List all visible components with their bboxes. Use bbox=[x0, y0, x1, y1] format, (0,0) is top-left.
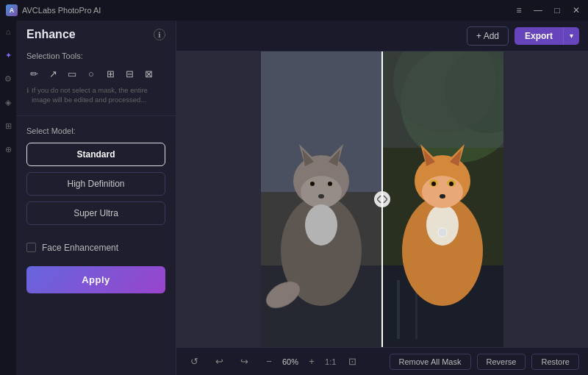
zoom-level: 60% bbox=[282, 357, 298, 366]
sidebar-item-effects[interactable]: ◈ bbox=[1, 96, 15, 109]
close-icon[interactable]: ✕ bbox=[570, 5, 582, 15]
sidebar-item-home[interactable]: ⌂ bbox=[1, 25, 15, 38]
panel-header: Enhance ℹ bbox=[16, 21, 176, 47]
svg-point-9 bbox=[301, 176, 342, 208]
info-icon[interactable]: ℹ bbox=[154, 29, 165, 40]
clear-mask-tool[interactable]: ⊠ bbox=[141, 66, 156, 81]
svg-point-35 bbox=[431, 182, 436, 186]
zoom-group: − 60% + 1:1 bbox=[260, 353, 336, 371]
canvas-area bbox=[176, 51, 588, 347]
svg-point-36 bbox=[449, 182, 453, 186]
tools-row: ✏ ↗ ▭ ○ ⊞ ⊟ ⊠ bbox=[26, 66, 165, 81]
redo-icon[interactable]: ↪ bbox=[235, 353, 253, 371]
reverse-button[interactable]: Reverse bbox=[477, 354, 526, 370]
restore-button[interactable]: Restore bbox=[531, 354, 579, 370]
sidebar-item-settings[interactable]: ⊕ bbox=[1, 143, 15, 156]
subtract-mask-tool[interactable]: ⊟ bbox=[122, 66, 137, 81]
fit-icon[interactable]: ⊡ bbox=[343, 353, 361, 371]
model-section: Select Model: Standard High Definition S… bbox=[16, 119, 176, 238]
title-bar: A AVCLabs PhotoPro AI ≡ — □ ✕ bbox=[0, 0, 588, 21]
divider-1 bbox=[16, 115, 176, 116]
apply-section: Apply bbox=[16, 257, 176, 302]
lasso-tool[interactable]: ↗ bbox=[46, 66, 60, 81]
rect-tool[interactable]: ▭ bbox=[65, 66, 79, 81]
model-btn-high-definition[interactable]: High Definition bbox=[26, 172, 165, 196]
minimize-icon[interactable]: — bbox=[532, 5, 544, 15]
title-bar-left: A AVCLabs PhotoPro AI bbox=[6, 4, 101, 16]
svg-rect-21 bbox=[382, 51, 503, 148]
sidebar-item-enhance[interactable]: ✦ bbox=[1, 49, 15, 62]
selection-tools-section: Selection Tools: ✏ ↗ ▭ ○ ⊞ ⊟ ⊠ ℹ If you … bbox=[16, 47, 176, 113]
menu-icon[interactable]: ≡ bbox=[513, 5, 525, 15]
sidebar-item-tools[interactable]: ⚙ bbox=[1, 72, 15, 85]
export-dropdown-button[interactable]: ▾ bbox=[563, 27, 579, 45]
left-panel: Enhance ℹ Selection Tools: ✏ ↗ ▭ ○ ⊞ ⊟ ⊠… bbox=[16, 21, 176, 375]
face-enhancement-label: Face Enhancement bbox=[42, 243, 118, 253]
face-enhancement-checkbox[interactable] bbox=[26, 243, 36, 252]
add-button[interactable]: + Add bbox=[467, 26, 509, 46]
svg-point-14 bbox=[318, 194, 324, 199]
svg-point-26 bbox=[426, 204, 459, 246]
export-btn-group[interactable]: Export ▾ bbox=[514, 27, 579, 45]
bottom-bar: ↺ ↩ ↪ − 60% + 1:1 ⊡ Remove All Mask Reve… bbox=[176, 347, 588, 375]
svg-point-32 bbox=[422, 176, 463, 208]
svg-rect-23 bbox=[397, 280, 400, 339]
model-section-label: Select Model: bbox=[26, 126, 165, 135]
content-area: + Add Export ▾ bbox=[176, 21, 588, 375]
pencil-tool[interactable]: ✏ bbox=[26, 66, 41, 81]
svg-point-13 bbox=[328, 182, 332, 186]
image-container bbox=[261, 51, 503, 347]
fox-image-left-svg bbox=[261, 51, 382, 347]
svg-point-15 bbox=[305, 204, 337, 246]
app-icon: A bbox=[6, 4, 18, 16]
model-btn-super-ultra[interactable]: Super Ultra bbox=[26, 201, 165, 225]
image-right bbox=[382, 51, 503, 347]
bottom-left-controls: ↺ ↩ ↪ − 60% + 1:1 ⊡ bbox=[185, 353, 390, 371]
panel-title: Enhance bbox=[26, 28, 76, 41]
main-layout: ⌂ ✦ ⚙ ◈ ⊞ ⊕ Enhance ℹ Selection Tools: ✏… bbox=[0, 21, 588, 375]
rotate-icon[interactable]: ↺ bbox=[185, 353, 203, 371]
svg-point-37 bbox=[440, 194, 445, 199]
svg-point-38 bbox=[438, 228, 447, 237]
export-button[interactable]: Export bbox=[514, 27, 563, 45]
split-handle[interactable] bbox=[374, 191, 390, 207]
ellipse-tool[interactable]: ○ bbox=[84, 66, 98, 81]
apply-button[interactable]: Apply bbox=[26, 266, 165, 293]
hint-icon: ℹ bbox=[26, 86, 29, 105]
hint-text: If you do not select a mask, the entire … bbox=[32, 85, 165, 105]
selection-tools-label: Selection Tools: bbox=[26, 51, 165, 60]
zoom-plus-icon[interactable]: + bbox=[303, 353, 320, 371]
zoom-minus-icon[interactable]: − bbox=[260, 353, 278, 371]
title-bar-controls[interactable]: ≡ — □ ✕ bbox=[513, 5, 582, 15]
svg-point-12 bbox=[310, 182, 315, 186]
sidebar-item-adjust[interactable]: ⊞ bbox=[1, 119, 15, 132]
face-enhancement-section: Face Enhancement bbox=[16, 238, 176, 257]
app-title: AVCLabs PhotoPro AI bbox=[22, 6, 101, 15]
top-bar: + Add Export ▾ bbox=[176, 21, 588, 51]
maximize-icon[interactable]: □ bbox=[551, 5, 563, 15]
add-mask-tool[interactable]: ⊞ bbox=[103, 66, 118, 81]
fox-image-right-svg bbox=[382, 51, 503, 347]
undo-icon[interactable]: ↩ bbox=[210, 353, 228, 371]
selection-hint: ℹ If you do not select a mask, the entir… bbox=[26, 85, 165, 105]
model-btn-standard[interactable]: Standard bbox=[26, 143, 165, 166]
icon-sidebar: ⌂ ✦ ⚙ ◈ ⊞ ⊕ bbox=[0, 21, 16, 375]
zoom-ratio: 1:1 bbox=[325, 357, 336, 366]
image-left bbox=[261, 51, 382, 347]
bottom-right-controls: Remove All Mask Reverse Restore bbox=[390, 354, 579, 370]
remove-all-mask-button[interactable]: Remove All Mask bbox=[390, 354, 471, 370]
